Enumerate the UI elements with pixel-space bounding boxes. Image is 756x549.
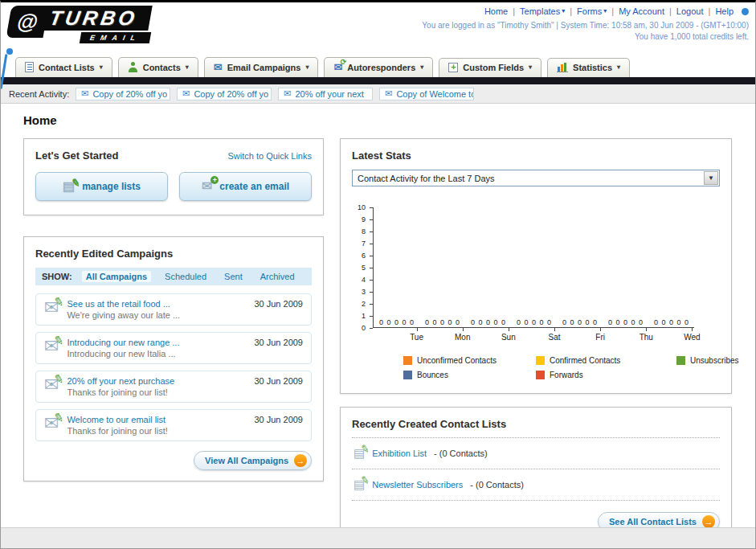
legend-item: Bounces	[403, 371, 536, 379]
y-axis-tickmark	[370, 256, 373, 256]
campaign-title-link[interactable]: Introducing our new range ...	[67, 338, 246, 347]
x-axis-tick-label: Wed	[669, 328, 715, 342]
top-link-templates[interactable]: Templates	[520, 6, 565, 16]
legend-item: Confirmed Contacts	[536, 356, 676, 365]
campaign-title-link[interactable]: Welcome to our email list	[67, 415, 246, 424]
nav-tab-custom-fields[interactable]: Custom Fields	[439, 58, 541, 77]
legend-swatch	[676, 356, 685, 365]
recent-activity-item[interactable]: Copy of Welcome to	[379, 88, 474, 100]
top-link-home[interactable]: Home	[484, 6, 508, 16]
chevron-down-icon	[529, 64, 532, 71]
y-axis-tick-label: 7	[349, 240, 366, 248]
campaign-title-link[interactable]: See us at the retail food ...	[67, 299, 246, 309]
plus-icon	[210, 176, 219, 184]
top-link-my-account[interactable]: My Account	[619, 6, 664, 16]
y-axis-tickmark	[370, 304, 373, 305]
campaign-title-link[interactable]: 20% off your next purchase	[67, 376, 246, 386]
recently-created-contact-lists-panel: Recently Created Contact Lists Exhibitio…	[340, 407, 732, 543]
panel-title: Latest Stats	[352, 150, 720, 162]
stats-period-value: Contact Activity for the Last 7 Days	[358, 174, 495, 183]
nav-tab-contact-lists[interactable]: Contact Lists	[15, 57, 112, 77]
y-axis-tickmark	[370, 207, 373, 208]
top-link-help[interactable]: Help	[715, 6, 734, 16]
contact-count: - (0 Contacts)	[470, 480, 524, 490]
legend-swatch	[403, 356, 412, 365]
contact-count: - (0 Contacts)	[434, 449, 488, 458]
separator	[611, 6, 614, 16]
campaign-date: 30 Jun 2009	[254, 415, 303, 424]
bar-value-labels: 0 0 0 0 0	[465, 318, 511, 326]
bar-value-labels: 0 0 0 0 0	[557, 318, 603, 326]
edit-list-icon	[353, 477, 365, 492]
logo-text-email: EMAIL	[80, 32, 151, 43]
credits-info: You have 1,000 total credits left.	[422, 32, 749, 41]
nav-tab-statistics[interactable]: Statistics	[547, 58, 630, 77]
tab-archived[interactable]: Archived	[256, 271, 299, 282]
campaign-subtitle: Thanks for joining our list!	[67, 426, 246, 436]
nav-tab-contacts[interactable]: Contacts	[118, 57, 198, 77]
x-axis-tick-label: Tue	[394, 328, 439, 342]
legend-label: Bounces	[417, 371, 448, 379]
edit-campaign-icon	[44, 299, 59, 317]
nav-divider-bar	[1, 77, 755, 84]
y-axis-tickmark	[370, 292, 373, 293]
contacts-icon	[128, 62, 138, 72]
top-links: Home Templates Forms My Account Logout H…	[422, 6, 749, 16]
contact-list-link[interactable]: Newsletter Subscribers	[372, 480, 463, 490]
legend-swatch	[536, 356, 545, 365]
turbo-email-logo[interactable]: TURBO EMAIL	[9, 6, 150, 43]
edit-campaign-icon	[44, 338, 59, 355]
arrow-right-icon	[294, 454, 307, 467]
bar-value-labels: 0 0 0 0 0	[511, 318, 557, 326]
x-axis-tick-label: Thu	[623, 328, 669, 342]
panel-title: Recently Edited Campaigns	[35, 248, 312, 260]
y-axis-tickmark	[370, 244, 373, 244]
y-axis-tickmark	[370, 268, 373, 268]
contact-list-link[interactable]: Exhibition List	[372, 449, 427, 458]
legend-swatch	[536, 371, 545, 379]
statistics-icon	[557, 63, 568, 72]
campaign-list: See us at the retail food ... We're givi…	[35, 293, 312, 441]
switch-to-quick-links[interactable]: Switch to Quick Links	[227, 151, 312, 161]
legend-item: Unsubscribes	[676, 356, 756, 365]
nav-tab-email-campaigns[interactable]: Email Campaigns	[204, 57, 319, 77]
campaign-list-item[interactable]: Welcome to our email list Thanks for joi…	[35, 409, 312, 441]
app-window: TURBO EMAIL Home Templates Forms My Acco…	[0, 0, 756, 549]
arrow-right-icon	[702, 515, 715, 528]
chart-y-axis: 109876543210	[352, 207, 371, 328]
campaign-list-item[interactable]: 20% off your next purchase Thanks for jo…	[35, 371, 312, 403]
tab-scheduled[interactable]: Scheduled	[161, 271, 210, 282]
recent-activity-item[interactable]: Copy of 20% off yo	[177, 88, 272, 100]
tab-all-campaigns[interactable]: All Campaigns	[82, 271, 151, 282]
main-content: Home Let's Get Started Switch to Quick L…	[1, 104, 755, 543]
legend-label: Confirmed Contacts	[550, 356, 620, 365]
create-email-button[interactable]: create an email	[179, 172, 312, 201]
x-axis-tick-label: Mon	[439, 328, 485, 342]
tab-sent[interactable]: Sent	[220, 271, 247, 282]
bar-value-labels: 0 0 0 0 0	[419, 318, 465, 326]
y-axis-tick-label: 0	[349, 324, 366, 332]
recent-activity-item[interactable]: Copy of 20% off yo	[76, 88, 170, 100]
contact-activity-chart: 109876543210 0 0 0 0 00 0 0 0 00 0 0 0 0…	[352, 207, 720, 379]
nav-tab-autoresponders[interactable]: Autoresponders	[324, 57, 433, 77]
campaign-list-item[interactable]: Introducing our new range ... Introducin…	[35, 332, 312, 364]
legend-label: Unconfirmed Contacts	[417, 356, 497, 365]
view-all-campaigns-button[interactable]: View All Campaigns	[194, 451, 312, 470]
manage-lists-icon	[63, 180, 75, 193]
manage-lists-button[interactable]: manage lists	[35, 172, 168, 201]
pencil-icon	[360, 442, 370, 456]
header-right: Home Templates Forms My Account Logout H…	[422, 6, 749, 41]
top-link-logout[interactable]: Logout	[676, 6, 704, 16]
campaign-date: 30 Jun 2009	[254, 299, 303, 309]
campaign-list-item[interactable]: See us at the retail food ... We're givi…	[35, 293, 312, 326]
chevron-down-icon	[617, 64, 620, 71]
chevron-down-icon	[100, 64, 103, 71]
footer-strip	[1, 527, 755, 548]
chart-groups: 0 0 0 0 00 0 0 0 00 0 0 0 00 0 0 0 00 0 …	[374, 318, 694, 326]
legend-item: Forwards	[536, 371, 676, 379]
recent-activity-item[interactable]: 20% off your next	[278, 88, 373, 100]
pencil-icon	[52, 333, 65, 349]
y-axis-tick-label: 3	[349, 288, 366, 296]
stats-period-select[interactable]: Contact Activity for the Last 7 Days	[352, 170, 720, 186]
top-link-forms[interactable]: Forms	[577, 6, 607, 16]
